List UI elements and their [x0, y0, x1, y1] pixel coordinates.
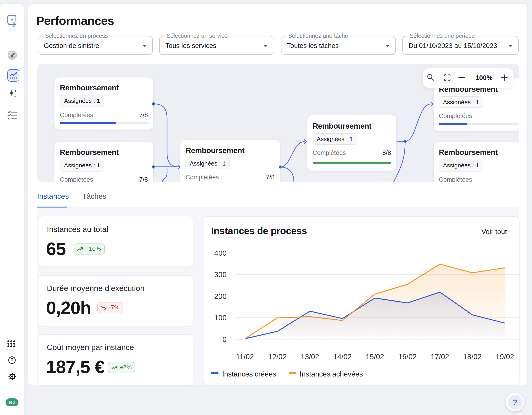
svg-text:Instances de process: Instances de process — [211, 225, 307, 236]
svg-text:12/02: 12/02 — [268, 352, 286, 361]
svg-text:100: 100 — [214, 314, 226, 322]
svg-text:17/02: 17/02 — [430, 352, 449, 361]
svg-text:Voir tout: Voir tout — [481, 228, 507, 235]
svg-text:300: 300 — [214, 270, 226, 279]
svg-text:19/02: 19/02 — [495, 352, 514, 361]
svg-text:16/02: 16/02 — [398, 352, 417, 361]
svg-text:18/02: 18/02 — [463, 352, 482, 361]
svg-text:200: 200 — [214, 292, 226, 300]
svg-text:13/02: 13/02 — [300, 352, 319, 361]
svg-text:11/02: 11/02 — [236, 352, 254, 361]
svg-text:14/02: 14/02 — [333, 352, 351, 361]
svg-text:Instances créées: Instances créées — [222, 370, 276, 378]
svg-text:0: 0 — [222, 335, 226, 343]
svg-text:400: 400 — [214, 249, 226, 257]
svg-text:Instances achevées: Instances achevées — [299, 370, 363, 378]
svg-text:15/02: 15/02 — [365, 352, 384, 361]
